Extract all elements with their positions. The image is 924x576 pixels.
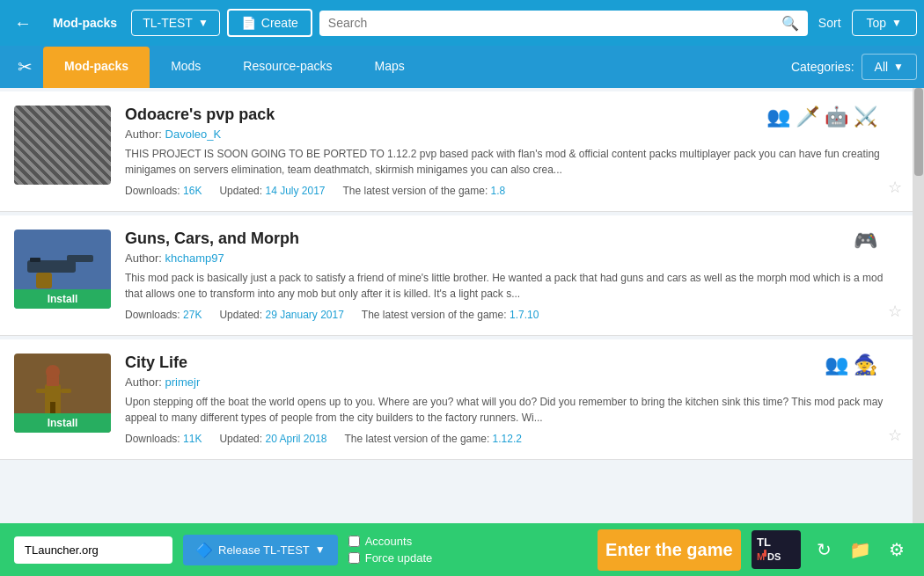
top-nav: ← Mod-packs TL-TEST ▼ 📄 Create 🔍 Sort To… <box>0 0 924 46</box>
secondary-tabs: Mod-packs Mods Resource-packs Maps <box>43 47 784 88</box>
search-input[interactable] <box>328 16 776 30</box>
svg-rect-14 <box>764 550 766 557</box>
folder-button[interactable]: 📁 <box>844 534 876 565</box>
pack-description: This mod pack is basically just a pack t… <box>125 270 898 302</box>
svg-rect-2 <box>36 273 52 288</box>
chevron-down-icon: ▼ <box>315 543 326 556</box>
list-item: Install Guns, Cars, and Morph Author: kh… <box>0 215 913 336</box>
url-input[interactable] <box>14 536 172 564</box>
categories-dropdown[interactable]: All ▼ <box>862 54 917 80</box>
version-label: The latest version of the game: 1.8 <box>343 185 506 197</box>
svg-text:TL: TL <box>757 536 771 549</box>
downloads-label: Downloads: 11K <box>125 433 202 445</box>
svg-text:M: M <box>757 551 765 562</box>
svg-text:DS: DS <box>767 551 781 562</box>
top-label: Top <box>867 16 887 30</box>
release-dropdown[interactable]: 🔷 Release TL-TEST ▼ <box>183 535 338 565</box>
svg-rect-8 <box>36 389 47 393</box>
updated-value: 29 January 2017 <box>265 309 343 321</box>
pack-title: City Life <box>125 354 898 372</box>
pack-author: Author: primejr <box>125 375 898 389</box>
create-label: Create <box>261 16 298 30</box>
scrollbar-track[interactable] <box>913 88 924 523</box>
version-value: 1.12.2 <box>493 433 522 445</box>
version-value: 1.7.10 <box>510 309 539 321</box>
tag-icon-people: 👥 <box>825 354 848 376</box>
secondary-nav: ✂ Mod-packs Mods Resource-packs Maps Cat… <box>0 46 924 88</box>
pack-description: Upon stepping off the boat the world ope… <box>125 394 898 426</box>
pack-selector-dropdown[interactable]: TL-TEST ▼ <box>131 10 220 36</box>
favorite-star[interactable]: ☆ <box>888 426 902 445</box>
favorite-star[interactable]: ☆ <box>888 302 902 321</box>
categories-label: Categories: <box>784 60 862 74</box>
updated-value: 20 April 2018 <box>265 433 326 445</box>
chevron-down-icon: ▼ <box>893 61 904 73</box>
chevron-down-icon: ▼ <box>891 17 902 29</box>
force-update-checkbox[interactable] <box>348 552 360 564</box>
pack-tag-icons: 👥 🗡️ 🤖 ⚔️ <box>766 106 877 128</box>
sort-label: Sort <box>815 16 845 30</box>
svg-rect-3 <box>30 258 40 262</box>
pack-author: Author: khchamp97 <box>125 252 898 265</box>
pack-thumbnail: Install <box>14 230 111 309</box>
downloads-label: Downloads: 16K <box>125 185 202 197</box>
tag-icon-people: 👥 <box>766 106 790 128</box>
create-button[interactable]: 📄 Create <box>227 9 312 37</box>
pack-thumbnail <box>14 106 111 185</box>
enter-game-button[interactable]: Enter the game <box>598 529 741 571</box>
accounts-checkbox[interactable] <box>348 536 360 547</box>
updated-label: Updated: 29 January 2017 <box>219 309 343 321</box>
favorite-star[interactable]: ☆ <box>888 178 902 197</box>
pack-meta: Downloads: 27K Updated: 29 January 2017 … <box>125 309 898 321</box>
create-icon: 📄 <box>241 16 256 30</box>
top-dropdown[interactable]: Top ▼ <box>852 10 917 36</box>
svg-point-6 <box>46 365 60 379</box>
downloads-value: 27K <box>183 309 202 321</box>
downloads-value: 16K <box>183 185 202 197</box>
force-update-checkbox-row[interactable]: Force update <box>348 551 433 565</box>
search-icon: 🔍 <box>781 15 799 32</box>
accounts-checkbox-row[interactable]: Accounts <box>348 535 433 548</box>
tool-icon[interactable]: ✂ <box>7 56 43 77</box>
svg-rect-1 <box>67 255 93 262</box>
version-label: The latest version of the game: 1.7.10 <box>362 309 539 321</box>
tag-icon-wizard: 🧙 <box>854 354 877 376</box>
pack-list: Odoacre's pvp pack Author: Davoleo_K THI… <box>0 88 913 523</box>
svg-rect-9 <box>61 389 71 393</box>
bottom-bar: 🔷 Release TL-TEST ▼ Accounts Force updat… <box>0 523 924 576</box>
pack-tag-icons: 👥 🧙 <box>825 354 877 376</box>
tab-mods[interactable]: Mods <box>150 47 222 88</box>
scrollbar-thumb[interactable] <box>914 88 923 176</box>
install-button[interactable]: Install <box>14 413 111 433</box>
back-icon: ← <box>14 13 32 33</box>
tab-maps[interactable]: Maps <box>354 47 426 88</box>
chevron-down-icon: ▼ <box>198 17 209 29</box>
pack-author: Author: Davoleo_K <box>125 128 898 141</box>
author-link[interactable]: primejr <box>165 375 201 389</box>
updated-label: Updated: 14 July 2017 <box>219 185 325 197</box>
back-button[interactable]: ← <box>7 10 39 37</box>
mod-packs-label: Mod-packs <box>46 16 124 30</box>
tl-logo: TL M DS <box>752 530 801 569</box>
tab-mod-packs[interactable]: Mod-packs <box>43 47 150 88</box>
author-link[interactable]: Davoleo_K <box>165 128 222 141</box>
downloads-value: 11K <box>183 433 202 445</box>
refresh-button[interactable]: ↻ <box>811 534 837 565</box>
refresh-icon: ↻ <box>817 540 832 559</box>
search-box[interactable]: 🔍 <box>319 11 808 36</box>
folder-icon: 📁 <box>849 540 871 559</box>
version-value: 1.8 <box>491 185 506 197</box>
pack-info: Guns, Cars, and Morph Author: khchamp97 … <box>125 230 898 321</box>
tag-icon-sword: 🗡️ <box>796 106 819 128</box>
accounts-label: Accounts <box>365 535 412 548</box>
updated-value: 14 July 2017 <box>265 185 325 197</box>
tab-resource-packs[interactable]: Resource-packs <box>222 47 353 88</box>
pack-meta: Downloads: 11K Updated: 20 April 2018 Th… <box>125 433 898 445</box>
release-icon: 🔷 <box>195 542 213 558</box>
author-link[interactable]: khchamp97 <box>165 252 224 265</box>
pack-description: THIS PROJECT IS SOON GOING TO BE PORTED … <box>125 146 898 178</box>
bottom-actions: ↻ 📁 ⚙ <box>811 534 910 565</box>
settings-button[interactable]: ⚙ <box>884 534 910 565</box>
tag-icon-crossed-swords: ⚔️ <box>854 106 877 128</box>
install-button[interactable]: Install <box>14 289 111 309</box>
